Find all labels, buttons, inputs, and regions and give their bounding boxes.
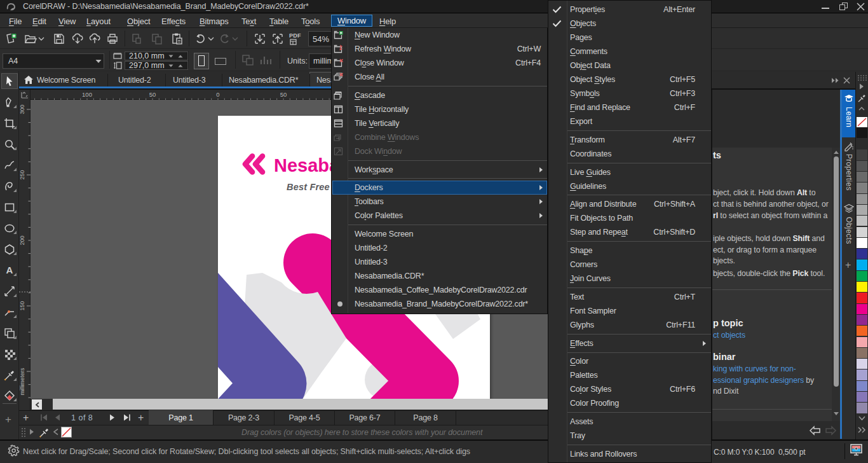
svg-text:150: 150: [19, 301, 25, 310]
svg-text:A: A: [6, 265, 13, 275]
svg-text:0: 0: [216, 91, 219, 98]
svg-text:50: 50: [149, 91, 156, 98]
svg-text:200: 200: [19, 235, 25, 245]
svg-text:millimeters: millimeters: [19, 368, 25, 396]
svg-text:50: 50: [280, 91, 287, 98]
svg-text:300: 300: [19, 104, 25, 114]
svg-text:100: 100: [82, 91, 92, 98]
svg-text:250: 250: [19, 170, 25, 179]
